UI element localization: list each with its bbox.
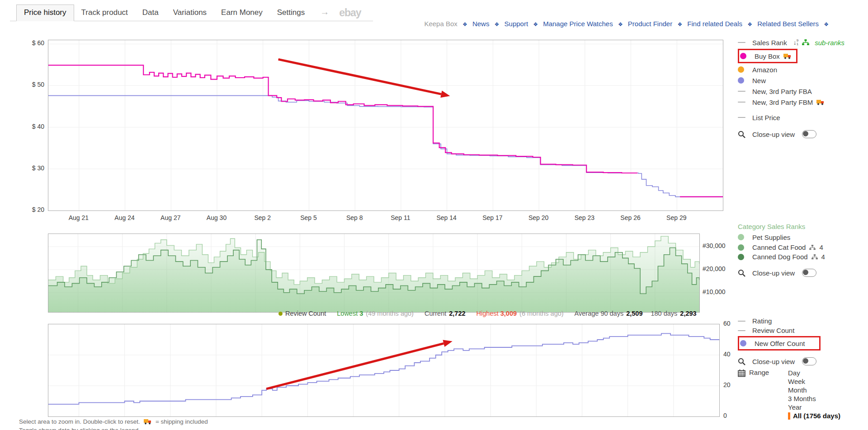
legend-pet-supplies[interactable]: Pet Supplies — [738, 232, 868, 243]
price-xtick-label: Sep 11 — [385, 214, 416, 221]
link-news[interactable]: News — [472, 20, 490, 28]
price-series-new — [48, 96, 723, 197]
tab-variations[interactable]: Variations — [166, 5, 214, 21]
stats-lowest-ago: (49 months ago) — [366, 310, 414, 317]
range-all-label: All (1756 days) — [793, 412, 840, 420]
annotation-arrow — [278, 59, 441, 94]
range-option-3-months[interactable]: 3 Months — [788, 394, 840, 403]
tab-track-product[interactable]: Track product — [74, 5, 135, 21]
rank-closeup-label: Close-up view — [752, 269, 795, 277]
category-sales-ranks-header: Category Sales Ranks — [738, 221, 868, 232]
diamond-separator-icon: ❖ — [491, 21, 503, 28]
review-count-dot-icon — [278, 312, 283, 316]
legend-list-price[interactable]: List Price — [738, 112, 868, 123]
price-xtick-label: Sep 2 — [247, 214, 278, 221]
price-ytick-label: $ 20 — [24, 206, 44, 213]
price-xtick-label: Sep 29 — [660, 214, 692, 221]
stats-highest: Highest 3,009 — [476, 310, 517, 317]
footer-zoom-hint: Select area to zoom in. Double-click to … — [19, 417, 140, 426]
shipping-truck-icon — [783, 53, 792, 59]
range-option-year[interactable]: Year — [788, 403, 840, 411]
line-swatch-icon — [738, 117, 749, 118]
legend-new-offer-count-label: New Offer Count — [755, 340, 805, 347]
link-related-best-sellers[interactable]: Related Best Sellers — [757, 20, 819, 28]
subranks-tree-icon — [809, 245, 816, 250]
legend-review-count[interactable]: Review Count — [738, 326, 868, 335]
buy-box-highlight: Buy Box — [738, 49, 797, 63]
offer-count-chart[interactable] — [48, 324, 720, 417]
price-xtick-label: Aug 21 — [63, 214, 94, 221]
new-offer-count-highlight: New Offer Count — [738, 336, 821, 351]
legend-buy-box[interactable]: Buy Box — [740, 51, 792, 61]
shipping-truck-icon — [816, 99, 825, 105]
link-product-finder[interactable]: Product Finder — [628, 20, 672, 28]
subranks-tree-icon — [802, 39, 809, 46]
stats-average-value: 2,509 — [626, 310, 642, 317]
legend-fbm-label: New, 3rd Party FBM — [752, 98, 813, 106]
annotation-arrow — [266, 343, 443, 388]
tab-price-history[interactable]: Price history — [16, 5, 74, 21]
tab-earn-money[interactable]: Earn Money — [214, 5, 270, 21]
line-swatch-icon — [738, 42, 749, 43]
legend-rating[interactable]: Rating — [738, 316, 868, 326]
subranks-label[interactable]: sub-ranks — [815, 39, 844, 47]
legend-pet-supplies-label: Pet Supplies — [752, 234, 790, 241]
rank-legend: Category Sales Ranks Pet Supplies Canned… — [738, 221, 868, 278]
tab-settings[interactable]: Settings — [270, 5, 312, 21]
link-find-related-deals[interactable]: Find related Deals — [687, 20, 742, 28]
price-closeup-toggle[interactable] — [802, 130, 816, 138]
legend-canned-cat-food[interactable]: Canned Cat Food 4 — [738, 243, 868, 252]
legend-sales-rank-label: Sales Rank — [752, 39, 787, 47]
buy-box-swatch-icon — [740, 53, 751, 59]
annotation-arrowhead — [440, 91, 450, 98]
price-xtick-label: Sep 20 — [523, 214, 554, 221]
footer-legend-hint: Toggle shown data by clicking on the leg… — [19, 426, 208, 430]
rank-closeup-toggle[interactable] — [802, 269, 816, 277]
tab-data[interactable]: Data — [135, 5, 166, 21]
offer_count-series-new-offer-count — [48, 333, 719, 404]
stats-average-label: Average 90 days — [575, 310, 624, 317]
range-option-month[interactable]: Month — [788, 386, 840, 394]
price-xtick-label: Sep 23 — [569, 214, 600, 221]
legend-new-offer-count[interactable]: New Offer Count — [740, 338, 805, 349]
sales-rank-chart[interactable] — [48, 234, 700, 313]
range-all-marker — [788, 412, 790, 420]
dog-food-swatch-icon — [738, 254, 749, 260]
ebay-logo[interactable]: ebay — [337, 7, 373, 21]
link-manage-price-watches[interactable]: Manage Price Watches — [543, 20, 613, 28]
line-swatch-icon — [738, 91, 749, 92]
legend-amazon[interactable]: Amazon — [738, 64, 868, 75]
price-history-chart[interactable] — [48, 40, 723, 211]
legend-list-price-label: List Price — [752, 114, 780, 122]
stats-current-label: Current — [425, 310, 446, 317]
line-swatch-icon — [738, 330, 749, 331]
header-links: Keepa Box ❖ News ❖ Support ❖ Manage Pric… — [0, 20, 832, 28]
range-option-week[interactable]: Week — [788, 377, 840, 386]
price-svg — [48, 40, 723, 210]
legend-fba-label: New, 3rd Party FBA — [752, 88, 812, 95]
range-option-day[interactable]: Day — [788, 369, 840, 377]
link-support[interactable]: Support — [505, 20, 528, 28]
sort-numeric-icon[interactable]: ↓91 — [793, 39, 798, 46]
offer_count-ytick-label: 0 — [723, 412, 755, 419]
cat-food-rank-value: 4 — [819, 243, 823, 251]
legend-canned-dog-food[interactable]: Canned Dog Food 4 — [738, 252, 868, 262]
shipping-truck-icon — [144, 419, 152, 425]
price-xtick-label: Sep 17 — [476, 214, 508, 221]
magnifier-icon — [738, 131, 749, 138]
legend-fba[interactable]: New, 3rd Party FBA — [738, 86, 868, 97]
legend-fbm[interactable]: New, 3rd Party FBM — [738, 97, 868, 108]
legend-new[interactable]: New — [738, 75, 868, 86]
footer-shipping-note: = shipping included — [156, 417, 208, 426]
bottom-closeup-row: Close-up view — [738, 356, 868, 367]
range-option-all[interactable]: All (1756 days) — [788, 411, 840, 420]
amazon-swatch-icon — [738, 66, 749, 73]
offer_count-ytick-label: 40 — [723, 351, 755, 358]
diamond-separator-icon: ❖ — [821, 21, 832, 28]
magnifier-icon — [738, 269, 749, 277]
new-swatch-icon — [738, 77, 749, 84]
price-closeup-row: Close-up view — [738, 129, 868, 140]
legend-canned-dog-food-label: Canned Dog Food — [752, 253, 808, 261]
legend-sales-rank[interactable]: Sales Rank ↓91 sub-ranks — [738, 37, 868, 48]
bottom-closeup-toggle[interactable] — [802, 357, 816, 365]
